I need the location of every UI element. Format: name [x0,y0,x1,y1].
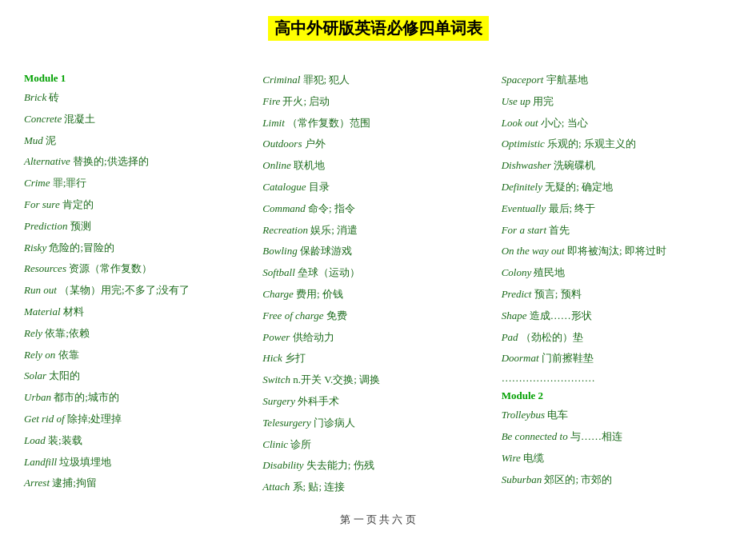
entry-en: Dishwasher [502,159,554,171]
entry-en: For sure [24,198,62,210]
list-item: Get rid of 除掉;处理掉 [24,409,254,430]
entry-en: Attach [262,481,292,493]
entry-cn: 罪;罪行 [53,177,87,189]
entry-en: Softball [262,266,298,278]
entry-en: Definitely [502,181,546,193]
entry-cn: 门前擦鞋垫 [542,352,594,364]
list-item: Dishwasher 洗碗碟机 [502,155,732,177]
entry-en: Predict [502,288,534,300]
entry-cn: 电车 [547,409,568,421]
entry-cn: 最后; 终于 [549,202,596,214]
module-label: Module 1 [24,70,254,87]
page-title: 高中外研版英语必修四单词表 [268,16,489,41]
entry-en: Command [262,202,308,214]
list-item: Run out （某物）用完;不多了;没有了 [24,280,254,301]
list-item: Suburban 郊区的; 市郊的 [502,469,732,491]
entry-en: Online [262,159,294,171]
entry-cn: 用完 [533,95,554,107]
list-item: Charge 费用; 价钱 [262,284,493,305]
list-item: Command 命令; 指令 [262,198,493,220]
list-item: Telesurgery 门诊病人 [262,413,493,434]
entry-cn: 材料 [63,305,84,317]
list-item: Surgery 外科手术 [262,391,493,413]
entry-en: For a start [502,224,550,236]
list-item: Limit （常作复数）范围 [262,113,493,134]
list-item: Outdoors 户外 [262,134,493,155]
entry-en: Crime [24,177,53,189]
list-item: Risky 危险的;冒险的 [24,238,254,259]
list-item: Use up 用完 [502,91,732,113]
entry-en: Pad [502,331,521,343]
list-item: For sure 肯定的 [24,194,254,216]
list-item: Clinic 诊所 [262,434,493,456]
list-item: For a start 首先 [502,220,732,242]
entry-en: Bowling [262,245,300,257]
entry-en: Eventually [502,202,549,214]
list-item: Crime 罪;罪行 [24,173,254,194]
entry-cn: 砖 [49,91,59,103]
entry-en: Material [24,305,63,317]
entry-cn: 垒球（运动） [298,266,360,278]
dots-divider: ……………………… [502,369,732,387]
entry-cn: 预测 [70,220,91,232]
entry-en: Be connected to [502,430,570,442]
entry-cn: 乐观的; 乐观主义的 [547,138,636,150]
entry-cn: 即将被淘汰; 即将过时 [567,245,666,257]
module-label: Module 2 [502,387,732,405]
entry-cn: （某物）用完;不多了;没有了 [59,284,190,296]
entry-cn: 太阳的 [49,369,80,381]
list-item: Definitely 无疑的; 确定地 [502,177,732,198]
list-item: Attach 系; 贴; 连接 [262,477,493,498]
entry-en: Limit [262,117,287,129]
entry-cn: 保龄球游戏 [300,245,352,257]
entry-cn: 无疑的; 确定地 [545,181,613,193]
entry-cn: 乡打 [285,352,306,364]
column-1: Module 1Brick 砖Concrete 混凝土Mud 泥Alternat… [24,70,254,498]
list-item: Pad （劲松的）垫 [502,327,732,349]
entry-cn: 洗碗碟机 [554,159,595,171]
entry-cn: 逮捕;拘留 [52,477,97,489]
entry-cn: 娱乐; 消遣 [310,224,358,236]
page-footer: 第 一 页 共 六 页 [24,513,732,527]
entry-en: Brick [24,91,49,103]
list-item: Arrest 逮捕;拘留 [24,473,254,494]
entry-en: Get rid of [24,413,67,425]
entry-cn: （劲松的）垫 [521,331,583,343]
entry-cn: 系; 贴; 连接 [293,481,346,493]
list-item: Shape 造成……形状 [502,305,732,327]
entry-cn: 户外 [305,138,326,150]
list-item: Criminal 罪犯; 犯人 [262,70,493,91]
entry-en: Rely [24,327,45,339]
entry-en: Risky [24,242,49,254]
entry-en: Load [24,434,48,446]
entry-cn: 费用; 价钱 [296,288,343,300]
list-item: Material 材料 [24,301,254,323]
list-item: Bowling 保龄球游戏 [262,241,493,262]
entry-cn: 电缆 [523,452,544,464]
entry-cn: 宇航基地 [546,74,588,86]
list-item: Colony 殖民地 [502,262,732,284]
column-2: Criminal 罪犯; 犯人Fire 开火; 启动Limit （常作复数）范围… [262,70,493,498]
entry-cn: 肯定的 [62,198,94,210]
list-item: Concrete 混凝土 [24,109,254,130]
entry-en: Switch [262,373,293,385]
entry-cn: 罪犯; 犯人 [303,74,350,86]
entry-cn: 失去能力; 伤残 [306,459,374,471]
entry-cn: 垃圾填埋地 [59,456,111,468]
entry-en: Run out [24,284,59,296]
entry-en: Power [262,331,292,343]
entry-en: Trolleybus [502,409,548,421]
list-item: Hick 乡打 [262,348,493,369]
list-item: Softball 垒球（运动） [262,262,493,284]
entry-en: Telesurgery [262,417,314,429]
entry-cn: 装;装载 [48,434,82,446]
list-item: Landfill 垃圾填埋地 [24,452,254,473]
entry-en: Prediction [24,220,70,232]
entry-cn: 门诊病人 [314,417,355,429]
entry-en: Outdoors [262,138,304,150]
entry-en: Surgery [262,395,298,407]
entry-en: Urban [24,391,54,403]
list-item: Power 供给动力 [262,327,493,349]
entry-cn: 小心; 当心 [541,117,588,129]
entry-cn: 目录 [309,181,330,193]
